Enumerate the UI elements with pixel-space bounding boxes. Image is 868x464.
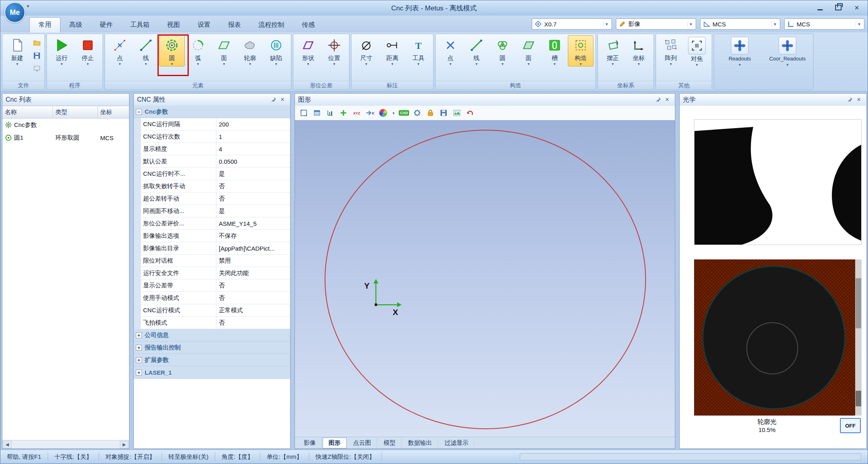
property-row[interactable]: 形位公差评价...ASME_Y14_5 <box>134 217 290 230</box>
coor-readouts-button[interactable]: Coor_Readouts ▾ <box>764 35 811 67</box>
stop-button[interactable]: 停止 ▾ <box>75 35 101 66</box>
property-row[interactable]: CNC运行次数1 <box>134 131 290 143</box>
pin-icon[interactable] <box>654 95 663 104</box>
tab-yingjian[interactable]: 硬件 <box>91 18 121 32</box>
tab-baobiao[interactable]: 报表 <box>219 18 250 32</box>
construct-slot-button[interactable]: 槽 ▾ <box>542 35 567 66</box>
chevron-down-icon[interactable]: ▾ <box>687 22 694 27</box>
status-crosshair[interactable]: 十字线:【关】 <box>48 452 99 461</box>
property-group-report-output[interactable]: +报告输出控制 <box>134 341 290 354</box>
capture-button[interactable] <box>31 63 42 74</box>
tab-shezhi[interactable]: 设置 <box>189 18 219 32</box>
chart-view-icon[interactable] <box>325 108 335 118</box>
cad-toggle-icon[interactable]: CAD <box>399 108 409 118</box>
expand-icon[interactable]: + <box>136 332 142 338</box>
shape-tolerance-button[interactable]: 形状 ▾ <box>295 35 321 66</box>
construct-point-button[interactable]: 点 ▾ <box>438 35 463 66</box>
quick-access-caret-icon[interactable]: ▾ <box>27 4 29 9</box>
status-z-limit[interactable]: 快速Z轴限位:【关闭】 <box>309 452 382 461</box>
property-row[interactable]: 运行安全文件关闭此功能 <box>134 267 290 279</box>
element-arc-button[interactable]: 弧 ▾ <box>185 35 211 66</box>
construct-plane-button[interactable]: 面 ▾ <box>516 35 541 66</box>
property-group-cnc-params[interactable]: − Cnc参数 <box>134 106 290 118</box>
minimize-button[interactable] <box>811 2 828 13</box>
tab-data-output[interactable]: 数据输出 <box>402 438 438 448</box>
property-group-company-info[interactable]: +公司信息 <box>134 329 290 341</box>
element-line-button[interactable]: 线 ▾ <box>133 35 159 66</box>
undo-red-icon[interactable] <box>465 108 475 118</box>
chevron-down-icon[interactable]: ▾ <box>603 22 610 27</box>
horizontal-scrollbar[interactable]: ◀ ▶ <box>2 440 129 448</box>
app-logo[interactable]: Me <box>4 2 25 23</box>
construct-line-button[interactable]: 线 ▾ <box>464 35 489 66</box>
scroll-right-icon[interactable]: ▶ <box>120 441 129 448</box>
tab-shitu[interactable]: 视图 <box>158 18 189 32</box>
measured-circle[interactable] <box>325 130 646 429</box>
list-item-circle1[interactable]: 圆1 环形取圆 MCS <box>2 131 129 144</box>
chevron-down-icon[interactable]: ▾ <box>771 22 778 27</box>
property-row[interactable]: 同画面不移动...是 <box>134 205 290 217</box>
save-view-icon[interactable] <box>439 108 448 118</box>
color-wheel-icon[interactable] <box>378 108 388 118</box>
tab-gaoji[interactable]: 高级 <box>61 18 91 32</box>
add-crosshair-icon[interactable] <box>339 108 348 118</box>
property-row[interactable]: CNC运行时不...是 <box>134 168 290 180</box>
collapse-icon[interactable]: − <box>136 109 142 115</box>
graphics-canvas[interactable]: Y X <box>295 120 675 437</box>
element-point-button[interactable]: 点 ▾ <box>107 35 133 66</box>
save-button[interactable] <box>31 50 42 61</box>
expand-icon[interactable]: + <box>136 357 142 363</box>
zoom-window-icon[interactable] <box>312 108 322 118</box>
image-mode-combo[interactable]: 影像 ▾ <box>616 18 696 30</box>
profile-light-image[interactable] <box>694 259 862 416</box>
light-off-button[interactable]: OFF <box>840 418 861 433</box>
property-row[interactable]: 限位对话框禁用 <box>134 255 290 267</box>
run-button[interactable]: 运行 ▾ <box>49 35 75 66</box>
element-contour-button[interactable]: 轮廓 ▾ <box>237 35 263 66</box>
tab-image-view[interactable]: 影像 <box>298 438 322 448</box>
coordinate-button[interactable]: 坐标 ▾ <box>626 35 652 66</box>
align-button[interactable]: 摆正 ▾ <box>600 35 626 66</box>
mcs-combo-2[interactable]: MCS ▾ <box>784 18 864 30</box>
array-button[interactable]: 阵列 ▾ <box>658 35 684 66</box>
xyz-readout-icon[interactable]: XYZ <box>352 108 361 118</box>
close-panel-icon[interactable]: × <box>854 95 863 104</box>
property-row[interactable]: 影像输出选项不保存 <box>134 230 290 242</box>
expand-icon[interactable]: + <box>136 370 142 376</box>
tab-chuangan[interactable]: 传感 <box>293 18 323 32</box>
property-row[interactable]: 超公差转手动否 <box>134 193 290 205</box>
fit-view-icon[interactable] <box>299 108 309 118</box>
tab-liuchengkongzhi[interactable]: 流程控制 <box>250 18 293 32</box>
property-group-laser1[interactable]: +LASER_1 <box>134 366 290 379</box>
close-panel-icon[interactable]: × <box>663 95 672 104</box>
scroll-thumb[interactable] <box>856 278 861 328</box>
element-plane-button[interactable]: 面 ▾ <box>211 35 237 66</box>
size-button[interactable]: 尺寸 ▾ <box>353 35 379 66</box>
element-defect-button[interactable]: 缺陷 ▾ <box>263 35 289 66</box>
new-button[interactable]: 新建 ▾ <box>4 35 30 66</box>
magnification-combo[interactable]: X0.7 ▾ <box>532 18 612 30</box>
tab-changyong[interactable]: 常用 <box>29 17 61 32</box>
column-name[interactable]: 名称 <box>2 106 53 118</box>
property-row[interactable]: 使用手动模式否 <box>134 292 290 304</box>
column-type[interactable]: 类型 <box>53 106 98 118</box>
tab-filter-display[interactable]: 过滤显示 <box>439 438 474 448</box>
focus-button[interactable]: 对焦 ▾ <box>684 35 710 67</box>
tab-model-view[interactable]: 模型 <box>378 438 402 448</box>
status-angle-unit[interactable]: 角度:【度】 <box>215 452 260 461</box>
pin-icon[interactable] <box>846 95 854 104</box>
chevron-down-icon[interactable]: ▾ <box>856 22 862 27</box>
tab-gongjuxiang[interactable]: 工具箱 <box>121 18 158 32</box>
status-polar-coords[interactable]: 转至极坐标(关) <box>162 452 215 461</box>
color-dropdown-icon[interactable]: ▾ <box>392 108 396 118</box>
status-help[interactable]: 帮助, 请按F1 <box>0 452 48 461</box>
mcs-combo-1[interactable]: MCS ▾ <box>700 18 780 30</box>
construct-circle-button[interactable]: 圆 ▾ <box>490 35 515 66</box>
tab-pointcloud-view[interactable]: 点云图 <box>347 438 377 448</box>
open-button[interactable] <box>31 37 42 48</box>
construct-construct-button[interactable]: 构造 ▾ <box>568 35 593 66</box>
column-coord[interactable]: 坐标 <box>98 106 129 118</box>
tab-graphics-view[interactable]: 图形 <box>323 438 347 448</box>
expand-icon[interactable]: + <box>136 345 142 351</box>
property-row[interactable]: 默认公差0.0500 <box>134 155 290 168</box>
